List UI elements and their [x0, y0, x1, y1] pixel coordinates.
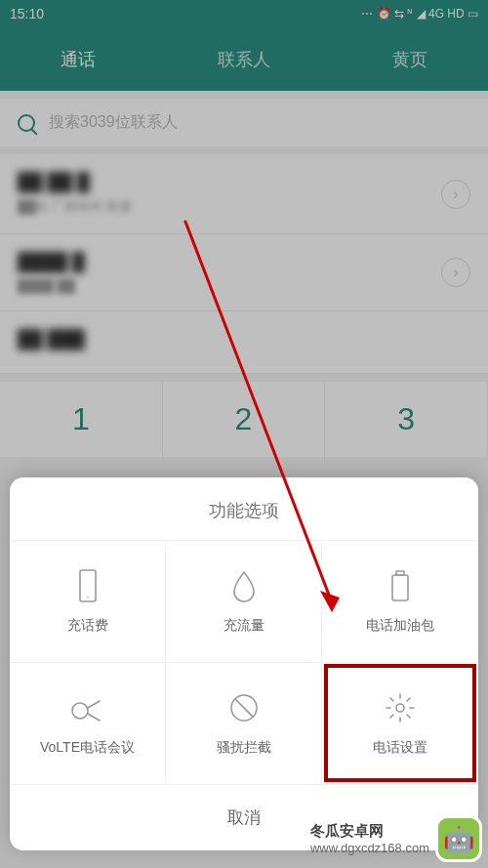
sheet-grid: 充话费 充流量 电话加油包 VoLTE电话会议: [10, 540, 478, 784]
watermark-title: 冬瓜安卓网: [310, 822, 429, 841]
sheet-item-label: 充话费: [67, 617, 108, 635]
sheet-item-recharge[interactable]: 充话费: [10, 540, 166, 662]
phone-card-icon: [70, 568, 105, 603]
sheet-item-settings[interactable]: 电话设置: [322, 662, 478, 784]
svg-point-7: [396, 704, 404, 712]
sheet-item-label: 充流量: [224, 617, 264, 635]
block-icon: [226, 690, 262, 725]
sheet-item-label: VoLTE电话会议: [40, 739, 135, 757]
sheet-item-booster[interactable]: 电话加油包: [322, 540, 478, 662]
svg-line-6: [235, 699, 253, 717]
sheet-item-data[interactable]: 充流量: [166, 540, 322, 662]
gear-icon: [383, 690, 418, 725]
android-icon: 🤖: [435, 815, 482, 862]
volte-icon: [70, 690, 105, 725]
svg-point-4: [72, 703, 88, 719]
svg-rect-2: [392, 575, 408, 600]
sheet-item-volte[interactable]: VoLTE电话会议: [10, 662, 166, 784]
drop-icon: [226, 568, 262, 603]
svg-rect-3: [396, 571, 404, 575]
watermark-url: www.dgxcdz168.com: [310, 841, 429, 855]
watermark: 冬瓜安卓网 www.dgxcdz168.com 🤖: [310, 815, 482, 862]
action-sheet: 功能选项 充话费 充流量 电话加油包 VoLTE电话: [10, 477, 478, 850]
sheet-item-label: 电话设置: [373, 739, 427, 757]
sheet-item-block[interactable]: 骚扰拦截: [166, 662, 322, 784]
battery-icon: [383, 568, 418, 603]
sheet-item-label: 骚扰拦截: [217, 739, 271, 757]
sheet-title: 功能选项: [10, 477, 478, 540]
sheet-item-label: 电话加油包: [366, 617, 434, 635]
